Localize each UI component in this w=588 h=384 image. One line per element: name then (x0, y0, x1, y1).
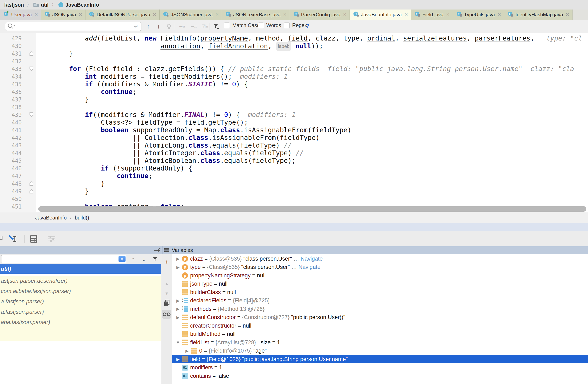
close-icon[interactable]: ✕ (342, 12, 347, 17)
move-up-icon[interactable]: ▲ (161, 279, 172, 288)
frames-filter-icon[interactable] (151, 255, 159, 263)
frame-row[interactable]: com.alibaba.fastjson.parser) (0, 286, 161, 296)
match-case-checkbox[interactable]: Match Case (224, 22, 260, 28)
filter-icon[interactable] (212, 22, 220, 31)
navigate-link[interactable]: Navigate (298, 264, 321, 270)
expander-icon[interactable]: ▶ (175, 307, 181, 312)
variable-row[interactable]: ▼fieldList = {ArrayList@728} size = 1 (172, 338, 588, 347)
frame-row[interactable]: a.fastjson.parser) (0, 296, 161, 307)
frames-filter-input[interactable]: ▲▼ (1, 255, 126, 263)
close-icon[interactable]: ✕ (445, 12, 450, 17)
find-next-icon[interactable]: ↓ (154, 22, 163, 31)
tab-user-java[interactable]: CUser.java✕ (0, 9, 41, 20)
fold-marker-icon[interactable] (29, 189, 34, 194)
evaluate-expression-icon[interactable] (29, 234, 38, 244)
variable-row[interactable]: buildMethod = null (172, 330, 588, 338)
variable-row[interactable]: ppropertyNamingStrategy = null (172, 271, 588, 280)
select-all-occurrences-icon[interactable]: ☑ɪɪ (201, 22, 209, 31)
tab-defaultjsonparser-java[interactable]: CDefaultJSONParser.java✕ (85, 9, 160, 20)
close-icon[interactable]: ✕ (283, 12, 287, 17)
move-down-icon[interactable]: ▼ (161, 289, 172, 298)
frame-row[interactable]: util) (0, 264, 161, 274)
line-number: 437 (0, 96, 22, 103)
tab-identityhashmap-java[interactable]: CIdentityHashMap.java✕ (504, 9, 572, 20)
checkbox-box[interactable] (284, 23, 290, 28)
variable-value: "age" (253, 348, 267, 354)
remove-occurrence-icon[interactable]: −ɪɪ (189, 22, 198, 31)
breadcrumb-method[interactable]: build() (75, 215, 89, 221)
variable-row[interactable]: jsonType = null (172, 280, 588, 288)
find-prev-icon[interactable]: ↑ (144, 22, 152, 31)
variable-row[interactable]: creatorConstructor = null (172, 322, 588, 330)
search-icon[interactable] (7, 23, 15, 30)
variable-row[interactable]: ▶ptype = {Class@535} "class person.User"… (172, 263, 588, 271)
variable-row[interactable]: builderClass = null (172, 288, 588, 296)
layout-settings-icon[interactable] (47, 234, 56, 244)
fold-marker-icon[interactable] (29, 66, 34, 71)
expander-icon[interactable]: ▶ (175, 315, 181, 320)
close-icon[interactable]: ✕ (404, 12, 408, 17)
tab-json-java[interactable]: CJSON.java✕ (41, 9, 85, 20)
navigate-link[interactable]: Navigate (301, 256, 323, 262)
breadcrumb-class[interactable]: JavaBeanInfo (65, 2, 99, 8)
expander-icon[interactable]: ▶ (175, 357, 181, 362)
add-watch-icon[interactable]: + (161, 258, 172, 266)
expander-icon[interactable]: ▼ (175, 340, 181, 345)
tab-typeutils-java[interactable]: CTypeUtils.java✕ (453, 9, 504, 20)
expander-icon[interactable]: ▶ (175, 265, 181, 270)
frame-row[interactable]: astjson.parser.deserializer) (0, 276, 161, 286)
expander-icon[interactable]: ▶ (175, 298, 181, 303)
close-icon[interactable]: ✕ (152, 12, 157, 17)
expander-icon[interactable]: ▶ (184, 348, 190, 353)
variable-row[interactable]: ▶123methods = {Method[13]@726} (172, 305, 588, 313)
search-input[interactable]: ↵ (5, 22, 141, 31)
frame-up-icon[interactable]: ↑ (129, 255, 137, 263)
code-line: } (37, 187, 89, 195)
checkbox-box[interactable] (258, 23, 264, 28)
variable-row[interactable]: 01modifiers = 1 (172, 363, 588, 372)
variable-row[interactable]: ▶defaultConstructor = {Constructor@727} … (172, 313, 588, 322)
tab-field-java[interactable]: CField.java✕ (411, 9, 453, 20)
fold-marker-icon[interactable] (29, 51, 34, 56)
breadcrumb-folder[interactable]: util (41, 2, 49, 8)
remove-watch-icon[interactable]: − (161, 269, 172, 277)
close-icon[interactable]: ✕ (497, 12, 502, 17)
frame-down-icon[interactable]: ↓ (140, 255, 148, 263)
close-icon[interactable]: ✕ (565, 12, 570, 17)
variable-row[interactable]: 01contains = false (172, 372, 588, 380)
fold-marker-icon[interactable] (29, 112, 34, 117)
variable-row[interactable]: ▶pclazz = {Class@535} "class person.User… (172, 255, 588, 263)
code-line: if (!supportReadOnly) { (37, 164, 192, 172)
close-icon[interactable]: ✕ (78, 12, 83, 17)
fold-marker-icon[interactable] (29, 181, 34, 186)
show-watches-glasses-icon[interactable] (162, 310, 171, 319)
tab-javabeaninfo-java[interactable]: CJavaBeanInfo.java✕ (350, 9, 411, 20)
copy-icon[interactable] (161, 299, 172, 307)
add-occurrence-icon[interactable]: +ɪɪ (178, 22, 186, 31)
tab-jsonscanner-java[interactable]: CJSONScanner.java✕ (160, 9, 222, 20)
tab-parserconfig-java[interactable]: CParserConfig.java✕ (290, 9, 350, 20)
show-execution-point-icon[interactable] (154, 247, 161, 254)
code-editor[interactable]: 4294304314324334344354364374384394404414… (0, 33, 588, 212)
regex-checkbox[interactable]: Regex (284, 22, 307, 28)
close-icon[interactable]: ✕ (34, 12, 38, 17)
spinner-button[interactable]: ▲▼ (119, 256, 126, 262)
frame-row[interactable]: a.fastjson.parser) (0, 307, 161, 317)
breadcrumb-class[interactable]: JavaBeanInfo (35, 215, 67, 221)
close-icon[interactable]: ✕ (215, 12, 219, 17)
variable-row[interactable]: ▶field = {Field@1025} "public java.lang.… (172, 355, 588, 363)
horizontal-scrollbar[interactable] (38, 206, 586, 212)
frame-row[interactable]: aba.fastjson.parser) (0, 317, 161, 327)
hamburger-icon[interactable] (164, 247, 169, 253)
variable-row[interactable]: ▶123declaredFields = {Field[4]@725} (172, 296, 588, 305)
expander-icon[interactable]: ▶ (175, 256, 181, 261)
tab-jsonlexerbase-java[interactable]: CJSONLexerBase.java✕ (222, 9, 290, 20)
checkbox-box[interactable] (224, 23, 230, 28)
help-link[interactable]: ? (306, 23, 310, 29)
variable-name: type (190, 264, 201, 270)
find-lamp-icon[interactable] (165, 22, 173, 31)
words-checkbox[interactable]: Words (258, 22, 281, 28)
breadcrumb-project[interactable]: fastjson (4, 2, 24, 8)
variable-row[interactable]: ▶0 = {FieldInfo@1075} "age" (172, 347, 588, 355)
run-to-cursor-icon[interactable] (8, 234, 17, 244)
